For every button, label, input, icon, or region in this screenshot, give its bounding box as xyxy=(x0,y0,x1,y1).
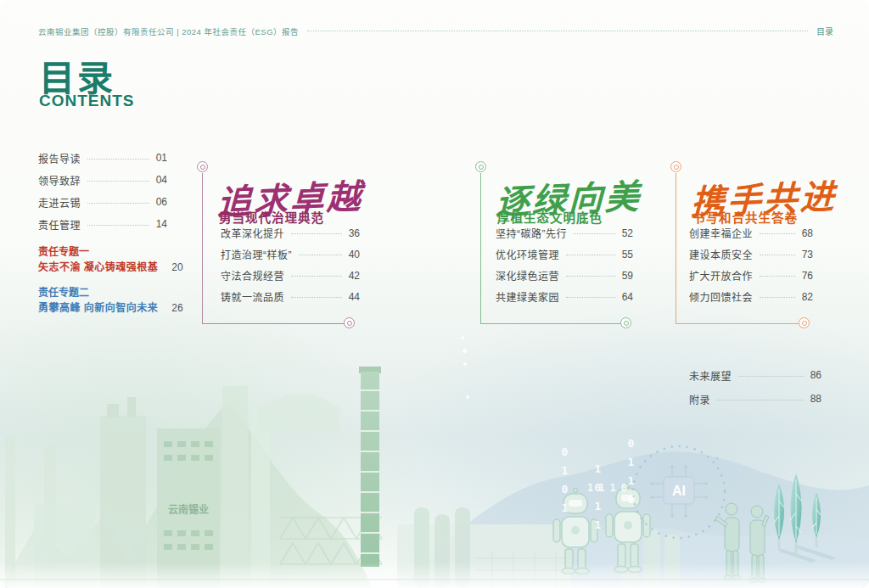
dotted-leader xyxy=(760,233,795,234)
toc-page: 云南锡业 xyxy=(0,0,869,588)
toc-entry-responsibility-mgmt[interactable]: 责任管理 14 xyxy=(38,213,167,235)
timeline-ring-icon xyxy=(670,161,681,172)
dotted-leader xyxy=(738,376,804,377)
toc-entry[interactable]: 建设本质安全 73 xyxy=(689,244,813,265)
special-topic-row: 矢志不渝 凝心铸魂强根基 20 xyxy=(38,260,167,274)
binary-column: 0110 xyxy=(625,437,637,512)
toc-entry-page: 86 xyxy=(810,369,821,381)
toc-entry[interactable]: 守法合规经营 42 xyxy=(221,265,360,286)
binary-column: 0101 xyxy=(558,445,571,520)
dotted-leader xyxy=(291,233,342,234)
special-topic-kicker: 责任专题一 xyxy=(38,245,167,259)
ground-fade xyxy=(0,563,869,588)
toc-entry-page: 73 xyxy=(802,249,813,260)
special-topic-page: 20 xyxy=(171,260,182,274)
toc-entry[interactable]: 扩大开放合作 76 xyxy=(689,265,813,286)
dotted-leader xyxy=(87,203,149,204)
special-topic-2[interactable]: 责任专题二 勇攀高峰 向新向智向未来 26 xyxy=(38,286,167,315)
toc-entry-page: 04 xyxy=(156,174,167,186)
toc-entry-outlook[interactable]: 未来展望 86 xyxy=(689,363,821,387)
dotted-leader xyxy=(291,297,342,298)
toc-entry-page: 01 xyxy=(156,152,167,164)
toc-entry-leader-message[interactable]: 领导致辞 04 xyxy=(38,169,167,191)
dotted-leader xyxy=(566,297,615,298)
toc-entry-page: 55 xyxy=(622,249,633,260)
dotted-leader xyxy=(87,225,149,226)
timeline-end-ring-icon xyxy=(620,317,631,328)
toc-entry[interactable]: 共建绿美家园 64 xyxy=(496,286,633,307)
toc-entry-label: 扩大开放合作 xyxy=(689,268,753,283)
ai-label: AI xyxy=(672,484,686,498)
timeline-vertical-line xyxy=(202,173,203,323)
timeline-ring-icon xyxy=(475,161,486,172)
toc-entry-page: 44 xyxy=(349,291,360,303)
toc-entry-label: 优化环境管理 xyxy=(496,247,559,261)
toc-entry[interactable]: 改革深化提升 36 xyxy=(221,222,360,244)
special-topic-title: 勇攀高峰 向新向智向未来 xyxy=(38,301,158,315)
timeline-vertical-line xyxy=(480,173,481,323)
toc-entry-about-yuntin[interactable]: 走进云锡 06 xyxy=(38,191,167,213)
dotted-leader xyxy=(717,400,804,400)
chapter-column-social: 携手共进 书写和合共生答卷 创建幸福企业 68 建设本质安全 73 扩大开放合作… xyxy=(670,144,821,335)
toc-entry-page: 64 xyxy=(622,291,633,303)
toc-entry[interactable]: 铸就一流品质 44 xyxy=(221,286,360,307)
toc-entry-label: 领导致辞 xyxy=(38,173,81,188)
dotted-leader xyxy=(760,276,795,277)
toc-entry-report-guide[interactable]: 报告导读 01 xyxy=(38,147,167,169)
toc-entry-page: 36 xyxy=(349,227,360,239)
timeline-end-ring-icon xyxy=(799,317,810,328)
chapter-items: 坚持“碳路”先行 52 优化环境管理 55 深化绿色运营 59 共建绿美家园 6… xyxy=(496,222,633,307)
page-header: 云南锡业集团（控股）有限责任公司 | 2024 年社会责任（ESG）报告 目录 xyxy=(38,25,833,37)
header-dotted-rule xyxy=(307,31,808,31)
building-sign-text: 云南锡业 xyxy=(168,503,209,516)
dotted-leader xyxy=(566,255,615,255)
chapter-items: 创建幸福企业 68 建设本质安全 73 扩大开放合作 76 倾力回馈社会 82 xyxy=(689,222,813,307)
timeline-end-ring-icon xyxy=(344,317,355,328)
company-report-title: 云南锡业集团（控股）有限责任公司 | 2024 年社会责任（ESG）报告 xyxy=(38,25,299,37)
dotted-leader xyxy=(566,276,615,277)
toc-entry-page: 68 xyxy=(802,227,813,239)
special-topic-kicker: 责任专题二 xyxy=(38,286,167,300)
toc-entry[interactable]: 深化绿色运营 59 xyxy=(496,265,633,286)
toc-entry[interactable]: 打造治理“样板” 40 xyxy=(221,244,360,265)
decor-dot xyxy=(463,349,467,353)
toc-entry-page: 52 xyxy=(622,227,633,239)
toc-entry-appendix[interactable]: 附录 88 xyxy=(689,387,821,411)
binary-row: 1110 xyxy=(587,482,632,494)
toc-entry-label: 打造治理“样板” xyxy=(221,247,292,261)
toc-entry-page: 88 xyxy=(810,393,821,405)
dotted-leader xyxy=(760,255,795,255)
timeline-horizontal-line xyxy=(480,323,621,324)
dotted-leader xyxy=(87,181,149,182)
toc-entry-page: 06 xyxy=(156,196,167,208)
toc-entry-page: 14 xyxy=(156,218,167,230)
toc-entry-label: 走进云锡 xyxy=(38,195,81,210)
chapter-column-environment: 逐绿向美 厚植生态文明底色 坚持“碳路”先行 52 优化环境管理 55 深化绿色… xyxy=(475,144,643,335)
timeline-ring-icon xyxy=(197,161,208,172)
binary-column: 1011 xyxy=(591,462,604,537)
toc-entry[interactable]: 优化环境管理 55 xyxy=(496,244,633,265)
dotted-leader xyxy=(299,255,342,255)
front-matter-toc: 报告导读 01 领导致辞 04 走进云锡 06 责任管理 14 xyxy=(38,147,167,235)
dotted-leader xyxy=(574,233,615,234)
toc-entry-page: 82 xyxy=(802,291,813,303)
toc-entry[interactable]: 创建幸福企业 68 xyxy=(689,222,813,244)
toc-entry-label: 铸就一流品质 xyxy=(221,289,284,304)
toc-entry-label: 深化绿色运营 xyxy=(496,268,559,283)
toc-entry-label: 建设本质安全 xyxy=(689,247,753,261)
decor-dot xyxy=(463,362,467,366)
dotted-leader xyxy=(87,159,149,160)
toc-entry-label: 附录 xyxy=(689,392,710,406)
toc-entry-page: 59 xyxy=(622,270,633,282)
toc-entry[interactable]: 坚持“碳路”先行 52 xyxy=(496,222,633,244)
toc-entry-label: 改革深化提升 xyxy=(221,226,284,240)
chapter-column-governance: 追求卓越 勇当现代治理典范 改革深化提升 36 打造治理“样板” 40 守法合规… xyxy=(197,144,367,335)
toc-entry-label: 共建绿美家园 xyxy=(496,289,559,304)
toc-entry-label: 倾力回馈社会 xyxy=(689,289,753,304)
special-topic-1[interactable]: 责任专题一 矢志不渝 凝心铸魂强根基 20 xyxy=(38,245,167,274)
toc-entry[interactable]: 倾力回馈社会 82 xyxy=(689,286,813,307)
dotted-leader xyxy=(760,297,795,298)
timeline-horizontal-line xyxy=(202,323,345,324)
timeline-horizontal-line xyxy=(676,323,799,324)
timeline-vertical-line xyxy=(676,173,676,323)
